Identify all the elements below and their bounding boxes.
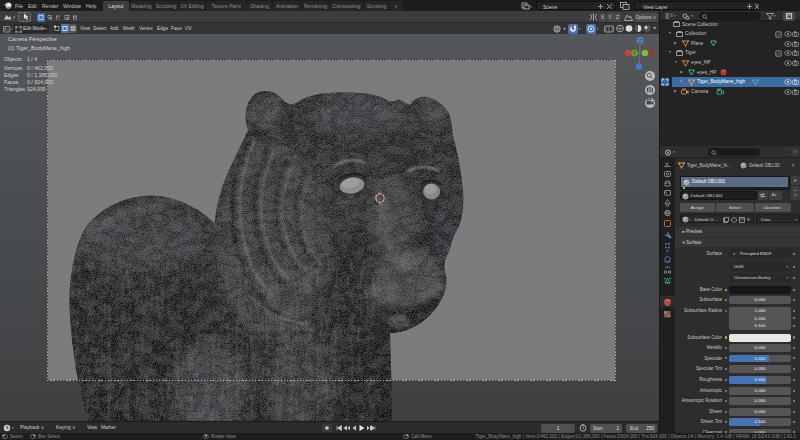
svg-text:Z: Z [638, 38, 641, 44]
